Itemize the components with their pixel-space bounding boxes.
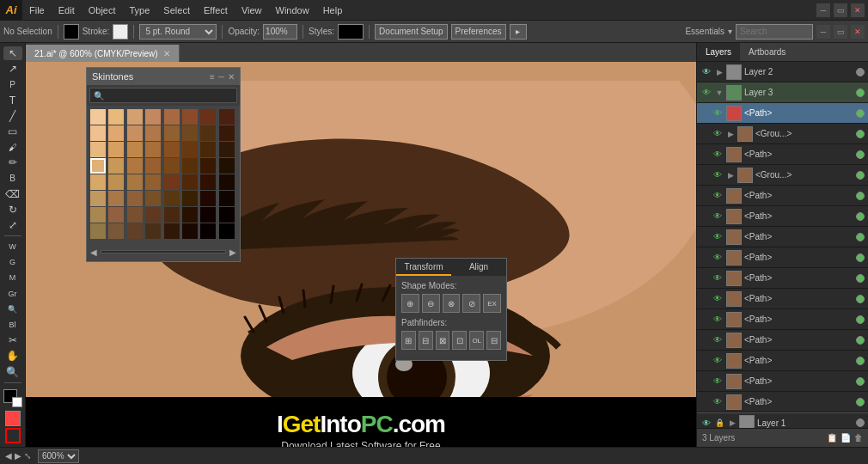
fill-color-indicator[interactable]	[5, 411, 21, 426]
swatch-cell-18[interactable]	[127, 142, 143, 157]
swatch-cell-24[interactable]	[90, 158, 106, 174]
blend-tool[interactable]: Bl	[3, 318, 22, 332]
layer-visibility-group2[interactable]: 👁	[712, 169, 724, 181]
layer-vis-p4[interactable]: 👁	[712, 272, 724, 284]
swatch-cell-39[interactable]	[219, 174, 235, 190]
stroke-swatch[interactable]	[113, 24, 128, 40]
layer-visibility-pe1[interactable]: 👁	[712, 149, 724, 161]
layer-visibility-layer3[interactable]: 👁	[700, 87, 712, 99]
swatch-cell-0[interactable]	[90, 109, 106, 125]
gradient-tool[interactable]: Gr	[3, 287, 22, 301]
swatch-cell-28[interactable]	[164, 158, 180, 174]
document-tab[interactable]: 21.ai* @ 600% (CMYK/Preview) ✕	[26, 45, 180, 62]
hand-tool[interactable]: ✋	[3, 349, 22, 363]
layer-item-path-4[interactable]: 👁 <Path>	[697, 268, 868, 289]
scissors-tool[interactable]: ✂	[3, 333, 22, 347]
layer-item-path-7[interactable]: 👁 <Path>	[697, 330, 868, 351]
swatch-cell-27[interactable]	[145, 158, 161, 174]
swatch-cell-54[interactable]	[200, 207, 216, 223]
swatch-cell-1[interactable]	[108, 109, 124, 125]
new-layer-icon[interactable]: 📄	[840, 433, 851, 443]
swatch-cell-44[interactable]	[164, 191, 180, 206]
layer-item-path-3[interactable]: 👁 <Path>	[697, 247, 868, 268]
layer-vis-p6[interactable]: 👁	[712, 314, 724, 326]
swatch-cell-15[interactable]	[219, 125, 235, 141]
layer-item-path-9[interactable]: 👁 <Path>	[697, 371, 868, 392]
swatch-cell-35[interactable]	[145, 174, 161, 190]
layer-item-path-8[interactable]: 👁 <Path>	[697, 351, 868, 371]
preferences-button[interactable]: Preferences	[451, 24, 506, 40]
layer-expand-group1[interactable]: ▶	[726, 130, 735, 138]
layer-vis-p10[interactable]: 👁	[712, 396, 724, 408]
layer-visibility-layer2[interactable]: 👁	[700, 66, 712, 78]
swatch-cell-30[interactable]	[200, 158, 216, 174]
delete-layer-icon[interactable]: 🗑	[854, 433, 863, 443]
eraser-tool[interactable]: ⌫	[3, 187, 22, 201]
styles-swatch[interactable]	[338, 24, 364, 40]
canvas-area[interactable]: 21.ai* @ 600% (CMYK/Preview) ✕	[26, 43, 696, 447]
layers-tab[interactable]: Layers	[697, 43, 740, 61]
pen-tool[interactable]: P	[3, 77, 22, 91]
swatch-cell-43[interactable]	[145, 191, 161, 206]
swatch-cell-38[interactable]	[200, 174, 216, 190]
swatch-cell-25[interactable]	[108, 158, 124, 174]
status-icon-1[interactable]: ◀	[5, 451, 12, 461]
panel-menu-btn[interactable]: ≡	[210, 72, 215, 82]
menu-select[interactable]: Select	[156, 0, 197, 20]
layer-item-group1[interactable]: 👁 ▶ <Grou...>	[697, 124, 868, 144]
layer-item-path1[interactable]: 👁 <Path>	[697, 103, 868, 124]
swatch-cell-61[interactable]	[182, 223, 198, 239]
document-setup-button[interactable]: Document Setup	[375, 24, 448, 40]
warp-tool[interactable]: W	[3, 240, 22, 253]
swatch-cell-33[interactable]	[108, 174, 124, 190]
layer-expand-layer3[interactable]: ▼	[715, 89, 724, 97]
fill-swatch[interactable]	[64, 24, 79, 40]
layer-item-path-2[interactable]: 👁 <Path>	[697, 227, 868, 247]
swatch-cell-57[interactable]	[108, 223, 124, 239]
swatch-cell-40[interactable]	[90, 191, 106, 206]
opacity-input[interactable]	[263, 24, 297, 40]
layer-expand-group2[interactable]: ▶	[726, 171, 735, 180]
panel-restore-button[interactable]: ▭	[834, 25, 847, 39]
swatch-cell-36[interactable]	[164, 174, 180, 190]
swatch-cell-19[interactable]	[145, 142, 161, 157]
layer-vis-p1[interactable]: 👁	[712, 211, 724, 223]
swatch-cell-63[interactable]	[219, 223, 235, 239]
crop-btn[interactable]: ⊡	[452, 331, 467, 350]
doc-tab-close[interactable]: ✕	[163, 49, 170, 58]
panel-scrollbar[interactable]	[101, 250, 226, 253]
minimize-button[interactable]: ─	[816, 3, 830, 17]
swatch-cell-51[interactable]	[145, 207, 161, 223]
layer-item-path-5[interactable]: 👁 <Path>	[697, 289, 868, 309]
swatch-cell-11[interactable]	[145, 125, 161, 141]
eyedropper-tool[interactable]: 🔍	[3, 302, 22, 316]
layer-item-layer2[interactable]: 👁 ▶ Layer 2	[697, 62, 868, 82]
layer-item-path-1[interactable]: 👁 <Path>	[697, 206, 868, 227]
layer-vis-p5[interactable]: 👁	[712, 293, 724, 305]
swatch-cell-42[interactable]	[127, 191, 143, 206]
swatch-cell-29[interactable]	[182, 158, 198, 174]
status-icon-3[interactable]: ⤡	[24, 451, 31, 461]
mesh-tool[interactable]: M	[3, 271, 22, 284]
swatch-cell-31[interactable]	[219, 158, 235, 174]
menu-view[interactable]: View	[235, 0, 269, 20]
layer-expand-layer1[interactable]: ▶	[728, 418, 737, 427]
panel-prev-btn[interactable]: ◀	[90, 247, 97, 257]
artboards-tab[interactable]: Artboards	[740, 43, 794, 61]
search-input[interactable]	[736, 24, 813, 40]
panel-close-button[interactable]: ✕	[851, 25, 865, 39]
swatch-cell-16[interactable]	[90, 142, 106, 157]
swatch-cell-14[interactable]	[200, 125, 216, 141]
brush-select[interactable]: 5 pt. Round	[139, 24, 217, 40]
layer-vis-p8[interactable]: 👁	[712, 355, 724, 367]
swatch-cell-4[interactable]	[164, 109, 180, 125]
swatch-cell-41[interactable]	[108, 191, 124, 206]
swatch-cell-2[interactable]	[127, 109, 143, 125]
swatch-cell-5[interactable]	[182, 109, 198, 125]
layer-vis-p0[interactable]: 👁	[712, 190, 724, 202]
menu-window[interactable]: Window	[269, 0, 316, 20]
zoom-tool[interactable]: 🔍	[3, 364, 22, 378]
new-sublayer-icon[interactable]: 📋	[827, 433, 837, 443]
swatch-cell-10[interactable]	[127, 125, 143, 141]
paintbrush-tool[interactable]: 🖌	[3, 140, 22, 154]
